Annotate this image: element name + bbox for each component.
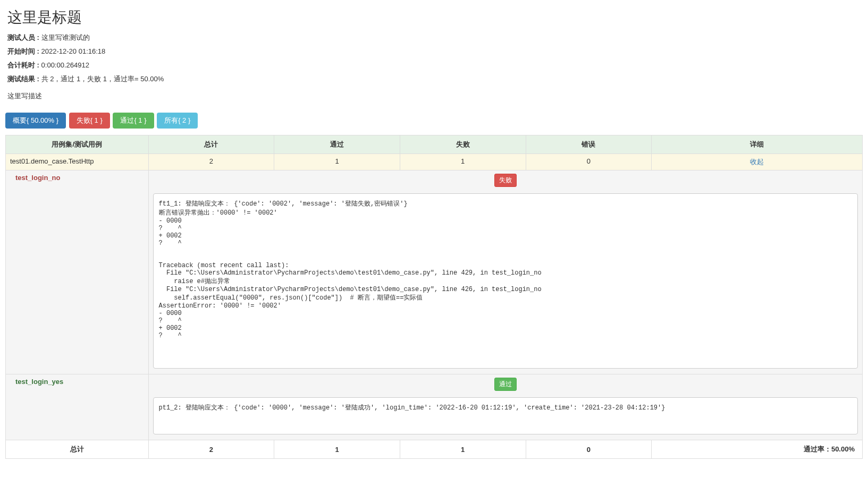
tester-label: 测试人员 :	[7, 33, 39, 41]
header-row: 用例集/测试用例 总计 通过 失败 错误 详细	[6, 135, 863, 154]
tester-line: 测试人员 : 这里写谁测试的	[7, 33, 861, 42]
col-total: 总计	[148, 135, 274, 154]
suite-fail: 1	[400, 154, 526, 170]
footer-error: 0	[526, 440, 652, 459]
suite-pass: 1	[274, 154, 400, 170]
duration-line: 合计耗时 : 0:00:00.264912	[7, 61, 861, 70]
col-pass: 通过	[274, 135, 400, 154]
col-detail: 详细	[652, 135, 863, 154]
traceback-pass[interactable]: pt1_2: 登陆响应文本： {'code': '0000', 'message…	[153, 397, 858, 434]
suite-name: test01.demo_case.TestHttp	[6, 154, 149, 170]
duration-label: 合计耗时 :	[7, 61, 39, 69]
footer-total-label: 总计	[6, 440, 149, 459]
col-error: 错误	[526, 135, 652, 154]
suite-error: 0	[526, 154, 652, 170]
case-name-pass[interactable]: test_login_yes	[6, 374, 149, 440]
report-description: 这里写描述	[7, 91, 861, 101]
case-row-pass: test_login_yes 通过 pt1_2: 登陆响应文本： {'code'…	[6, 374, 863, 440]
col-suite: 用例集/测试用例	[6, 135, 149, 154]
footer-passrate: 通过率：50.00%	[652, 440, 863, 459]
fail-button[interactable]: 失败{ 1 }	[69, 113, 110, 129]
report-header: 这里是标题 测试人员 : 这里写谁测试的 开始时间 : 2022-12-20 0…	[0, 0, 868, 113]
suite-row: test01.demo_case.TestHttp 2 1 1 0 收起	[6, 154, 863, 170]
status-badge-fail: 失败	[494, 174, 517, 187]
result-value: 共 2，通过 1，失败 1，通过率= 50.00%	[39, 75, 164, 83]
summary-button[interactable]: 概要{ 50.00% }	[5, 113, 66, 129]
pass-button[interactable]: 通过{ 1 }	[113, 113, 154, 129]
footer-row: 总计 2 1 1 0 通过率：50.00%	[6, 440, 863, 459]
results-table: 用例集/测试用例 总计 通过 失败 错误 详细 test01.demo_case…	[5, 135, 863, 459]
all-button[interactable]: 所有{ 2 }	[157, 113, 198, 129]
filter-buttons: 概要{ 50.00% } 失败{ 1 } 通过{ 1 } 所有{ 2 }	[0, 113, 868, 135]
duration-value: 0:00:00.264912	[39, 61, 89, 69]
case-row-fail: test_login_no 失败 ft1_1: 登陆响应文本： {'code':…	[6, 170, 863, 374]
result-label: 测试结果 :	[7, 75, 39, 83]
passrate-value: 50.00%	[831, 445, 855, 453]
suite-total: 2	[148, 154, 274, 170]
collapse-link[interactable]: 收起	[750, 158, 764, 166]
start-time-label: 开始时间 :	[7, 47, 39, 55]
footer-fail: 1	[400, 440, 526, 459]
result-line: 测试结果 : 共 2，通过 1，失败 1，通过率= 50.00%	[7, 74, 861, 84]
traceback-fail[interactable]: ft1_1: 登陆响应文本： {'code': '0002', 'message…	[153, 193, 858, 369]
start-time-value: 2022-12-20 01:16:18	[39, 47, 105, 55]
status-badge-pass: 通过	[494, 378, 517, 391]
case-name-fail[interactable]: test_login_no	[6, 170, 149, 374]
passrate-label: 通过率：	[804, 445, 831, 453]
footer-pass: 1	[274, 440, 400, 459]
page-title: 这里是标题	[7, 7, 861, 28]
col-fail: 失败	[400, 135, 526, 154]
start-time-line: 开始时间 : 2022-12-20 01:16:18	[7, 47, 861, 56]
tester-value: 这里写谁测试的	[39, 33, 90, 41]
footer-total: 2	[148, 440, 274, 459]
